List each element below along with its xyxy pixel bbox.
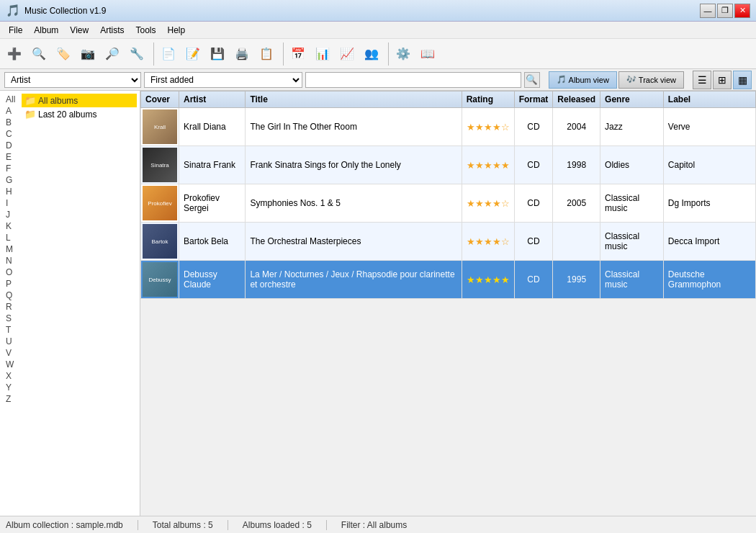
col-rating[interactable]: Rating [462,91,514,108]
album-view-button[interactable]: 🎵 Album view [549,71,617,89]
alpha-w[interactable]: W [3,359,22,370]
alpha-e[interactable]: E [3,151,22,163]
alpha-a[interactable]: A [3,105,22,117]
alpha-i[interactable]: I [3,197,22,209]
find-button[interactable]: 🔎 [101,42,124,66]
alpha-all[interactable]: All [3,94,22,105]
rating-cell: ★★★★★ [462,146,514,184]
search-button[interactable]: 🔍 [27,42,50,66]
col-title[interactable]: Title [246,91,462,108]
new-button[interactable]: 📄 [157,42,180,66]
search-go-button[interactable]: 🔍 [524,72,540,88]
col-label[interactable]: Label [663,91,755,108]
col-cover[interactable]: Cover [141,91,179,108]
alpha-q[interactable]: Q [3,290,22,301]
rating-cell: ★★★★☆ [462,223,514,261]
alpha-k[interactable]: K [3,220,22,232]
status-sep-1 [138,520,138,530]
artist-select[interactable]: Artist [4,72,141,88]
save-button[interactable]: 💾 [206,42,229,66]
table-view-button[interactable]: ▦ [733,71,752,89]
close-button[interactable]: ✕ [734,4,750,18]
table-row[interactable]: BartokBartok BelaThe Orchestral Masterpi… [141,223,756,261]
col-released[interactable]: Released [553,91,600,108]
add-button[interactable]: ➕ [3,42,26,66]
menu-help[interactable]: Help [162,24,192,37]
menu-view[interactable]: View [64,24,94,37]
label-cell: Verve [663,108,755,146]
col-genre[interactable]: Genre [600,91,664,108]
alpha-d[interactable]: D [3,140,22,151]
alpha-p[interactable]: P [3,278,22,290]
label-cell: Deutsche Grammophon [663,261,755,299]
sort-select[interactable]: First added Artist Title Year Rating [144,72,302,88]
title-cell: The Girl In The Other Room [246,108,462,146]
alpha-m[interactable]: M [3,243,22,255]
chart-button[interactable]: 📈 [336,42,359,66]
released-cell: 2005 [553,184,600,223]
alpha-s[interactable]: S [3,313,22,324]
tag-button[interactable]: 🏷️ [52,42,75,66]
options-button[interactable]: 🔧 [125,42,148,66]
menu-file[interactable]: File [3,24,28,37]
table-row[interactable]: KrallKrall DianaThe Girl In The Other Ro… [141,108,756,146]
status-loaded: Albums loaded : 5 [243,520,312,530]
rating-cell: ★★★★☆ [462,108,514,146]
alpha-r[interactable]: R [3,301,22,313]
folder-icon-last20: 📁 [24,109,36,120]
col-artist[interactable]: Artist [179,91,246,108]
rating-cell: ★★★★☆ [462,184,514,223]
alpha-t[interactable]: T [3,324,22,336]
released-cell: 1995 [553,261,600,299]
alpha-x[interactable]: X [3,370,22,382]
alpha-v[interactable]: V [3,347,22,359]
menu-tools[interactable]: Tools [130,24,162,37]
list-button[interactable]: 📊 [311,42,334,66]
track-view-label: Track view [639,76,676,84]
alpha-c[interactable]: C [3,128,22,140]
released-cell: 2004 [553,108,600,146]
edit-button[interactable]: 📝 [181,42,204,66]
alpha-l[interactable]: L [3,232,22,243]
alpha-h[interactable]: H [3,186,22,197]
report-button[interactable]: 📋 [255,42,278,66]
col-format[interactable]: Format [514,91,553,108]
search-input[interactable] [305,72,521,88]
alpha-u[interactable]: U [3,336,22,347]
print-button[interactable]: 🖨️ [230,42,253,66]
tree-last-20[interactable]: 📁 Last 20 albums [22,107,137,121]
scan-button[interactable]: 📷 [76,42,99,66]
titlebar: 🎵 Music Collection v1.9 — ❐ ✕ [0,0,756,22]
tree-all-albums[interactable]: 📁 All albums [22,94,137,107]
people-button[interactable]: 👥 [360,42,383,66]
menubar: File Album View Artists Tools Help [0,22,756,39]
artist-cell: Debussy Claude [179,261,246,299]
folder-icon-all: 📁 [24,95,36,106]
details-view-button[interactable]: ☰ [693,71,711,89]
help-button[interactable]: 📖 [416,42,439,66]
track-view-button[interactable]: 🎶 Track view [618,71,684,89]
view-toggle: 🎵 Album view 🎶 Track view [549,71,684,89]
settings-button[interactable]: ⚙️ [392,42,415,66]
alpha-b[interactable]: B [3,117,22,128]
cover-cell: Debussy [141,261,179,299]
alpha-f[interactable]: F [3,163,22,174]
maximize-button[interactable]: ❐ [717,4,733,18]
table-row[interactable]: SinatraSinatra FrankFrank Sinatra Sings … [141,146,756,184]
menu-artists[interactable]: Artists [94,24,130,37]
calendar-button[interactable]: 📅 [287,42,310,66]
alpha-y[interactable]: Y [3,382,22,393]
grid-view-button[interactable]: ⊞ [713,71,732,89]
table-row[interactable]: DebussyDebussy ClaudeLa Mer / Nocturnes … [141,261,756,299]
alpha-z[interactable]: Z [3,393,22,405]
menu-album[interactable]: Album [28,24,64,37]
alpha-g[interactable]: G [3,174,22,186]
minimize-button[interactable]: — [700,4,716,18]
table-wrapper[interactable]: Cover Artist Title Rating Format Release… [140,91,756,516]
window-controls: — ❐ ✕ [700,4,750,18]
alpha-j[interactable]: J [3,209,22,220]
table-row[interactable]: ProkofievProkofiev SergeiSymphonies Nos.… [141,184,756,223]
alpha-n[interactable]: N [3,255,22,266]
alpha-o[interactable]: O [3,266,22,278]
format-cell: CD [514,223,553,261]
